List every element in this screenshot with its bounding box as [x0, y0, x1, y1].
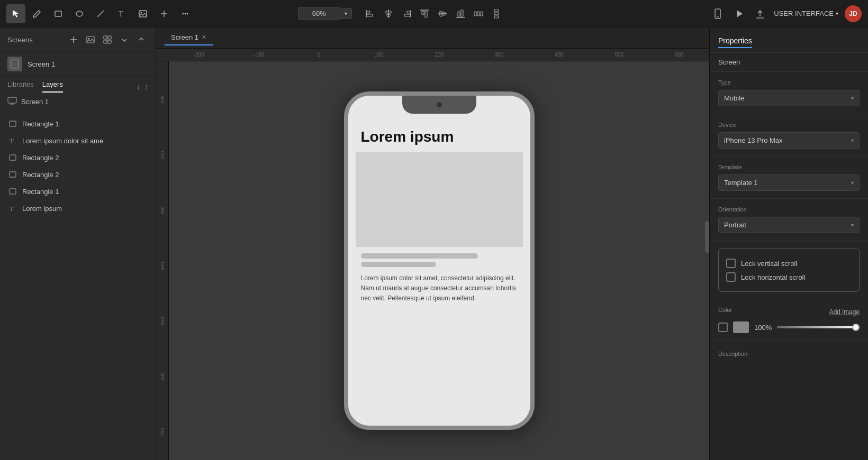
canvas-tabs-bar: Screen 1 ✕: [156, 27, 709, 49]
add-tool[interactable]: [155, 4, 174, 23]
screen-image-button[interactable]: [84, 33, 97, 47]
ruler-left-600: 600: [160, 349, 165, 404]
svg-text:T: T: [119, 10, 123, 18]
device-dropdown[interactable]: iPhone 13 Pro Max ▾: [718, 132, 860, 149]
zoom-dropdown-arrow[interactable]: ▾: [340, 8, 352, 19]
svg-rect-14: [366, 14, 373, 16]
dropdown-arrow-icon: ▾: [836, 11, 838, 16]
svg-rect-55: [10, 155, 16, 160]
type-dropdown[interactable]: Mobile ▾: [718, 90, 860, 106]
ruler-mark-300: 300: [469, 52, 529, 58]
svg-rect-56: [10, 172, 16, 177]
lock-horizontal-label: Lock horizontal scroll: [741, 273, 805, 281]
ellipse-tool[interactable]: [70, 4, 89, 23]
screen-grid-button[interactable]: [101, 33, 114, 47]
canvas-tab-close-icon[interactable]: ✕: [202, 34, 206, 41]
sort-up-button[interactable]: [134, 33, 148, 47]
layer-item-rectangle2a[interactable]: Rectangle 2: [0, 149, 156, 166]
screen-list-item[interactable]: Screen 1: [0, 52, 156, 76]
zoom-input[interactable]: [298, 7, 340, 20]
tab-layers[interactable]: Layers: [42, 80, 63, 93]
text-tool[interactable]: T: [112, 4, 131, 23]
canvas-with-ruler: 100 200 300 400 500 600 700: [156, 61, 709, 460]
canvas-tab-label: Screen 1: [171, 33, 198, 41]
align-center-h[interactable]: [381, 6, 396, 22]
rect-layer-icon: [7, 118, 18, 129]
ruler-mark-100: 100: [349, 52, 409, 58]
svg-rect-33: [494, 10, 499, 12]
template-dropdown[interactable]: Template 1 ▾: [718, 174, 860, 191]
scroll-handle[interactable]: [705, 221, 709, 253]
svg-rect-21: [422, 11, 424, 15]
layer-name-rectangle2b: Rectangle 2: [22, 171, 59, 179]
monitor-icon: [7, 97, 17, 107]
svg-rect-23: [425, 11, 427, 17]
align-right[interactable]: [399, 6, 414, 22]
phone-screen: Lorem ipsum Lorem ipsum dolor sit amet, …: [348, 96, 530, 426]
layer-item-text1[interactable]: T Lorem ipsum dolor sit ame: [0, 132, 156, 149]
svg-marker-0: [13, 10, 19, 17]
svg-rect-31: [477, 12, 480, 16]
ruler-mark-600: 600: [649, 52, 709, 58]
device-preview-icon[interactable]: [710, 6, 725, 21]
orientation-dropdown[interactable]: Portrait ▾: [718, 217, 860, 233]
more-tool[interactable]: [176, 4, 195, 23]
screens-actions: [67, 33, 148, 47]
tab-libraries[interactable]: Libraries: [7, 80, 34, 93]
device-section: Device iPhone 13 Pro Max ▾: [710, 114, 868, 157]
text-layer-icon-2: T: [7, 203, 18, 214]
play-icon[interactable]: [731, 6, 746, 21]
layer-item-rectangle1[interactable]: Rectangle 1: [0, 115, 156, 132]
sort-down-button[interactable]: [117, 33, 131, 47]
svg-rect-57: [10, 189, 16, 194]
svg-point-11: [187, 13, 188, 14]
align-middle-v[interactable]: [435, 6, 450, 22]
layer-sort-down[interactable]: ↓: [137, 82, 140, 91]
type-value: Mobile: [724, 94, 744, 102]
ruler-left-100: 100: [160, 72, 165, 127]
upload-icon[interactable]: [753, 6, 767, 21]
color-label: Color: [718, 307, 732, 313]
pen-tool[interactable]: [28, 4, 47, 23]
canvas-tab-screen1[interactable]: Screen 1 ✕: [165, 30, 213, 45]
lock-horizontal-checkbox[interactable]: [726, 272, 736, 282]
add-image-button[interactable]: Add image: [829, 308, 860, 316]
canvas-viewport[interactable]: Lorem ipsum Lorem ipsum dolor sit amet, …: [169, 61, 709, 460]
layer-item-rectangle2b[interactable]: Rectangle 2: [0, 166, 156, 183]
align-left[interactable]: [363, 6, 378, 22]
color-section: Color Add image 100%: [710, 299, 868, 341]
layer-item-rectangle1b[interactable]: Rectangle 1: [0, 183, 156, 200]
tools-group: T: [6, 4, 195, 23]
color-slider-thumb[interactable]: [852, 324, 860, 331]
svg-rect-48: [108, 40, 111, 43]
layer-sort-up[interactable]: ↑: [144, 82, 148, 91]
svg-rect-43: [87, 36, 94, 43]
svg-text:T: T: [10, 137, 14, 145]
color-checkbox[interactable]: [718, 323, 728, 332]
distribute-v[interactable]: [489, 6, 504, 22]
align-top[interactable]: [417, 6, 432, 22]
distribute-h[interactable]: [471, 6, 486, 22]
template-section: Template Template 1 ▾: [710, 157, 868, 199]
image-tool[interactable]: [133, 4, 152, 23]
rectangle-tool[interactable]: [49, 4, 68, 23]
select-tool[interactable]: [6, 4, 25, 23]
user-interface-button[interactable]: USER INTERFACE ▾: [774, 10, 838, 17]
phone-content-text: Lorem ipsum dolor sit amet, consectetur …: [356, 271, 523, 306]
screen-layer-item[interactable]: Screen 1: [0, 93, 156, 111]
template-dropdown-arrow: ▾: [851, 180, 854, 186]
layer-item-text2[interactable]: T Lorem ipsum: [0, 200, 156, 217]
ruler-mark-500: 500: [589, 52, 649, 58]
svg-rect-12: [366, 11, 370, 13]
lock-vertical-checkbox[interactable]: [726, 259, 736, 268]
screen-name-label: Screen 1: [28, 60, 55, 68]
color-swatch[interactable]: [733, 321, 749, 333]
color-opacity-slider[interactable]: [777, 326, 860, 328]
type-section: Type Mobile ▾: [710, 72, 868, 114]
add-screen-button[interactable]: [67, 33, 80, 47]
toolbar-right-group: USER INTERFACE ▾ JD: [710, 5, 862, 22]
user-avatar[interactable]: JD: [845, 5, 862, 22]
line-tool[interactable]: [91, 4, 110, 23]
screen-layer-name: Screen 1: [21, 98, 49, 106]
align-bottom[interactable]: [453, 6, 468, 22]
